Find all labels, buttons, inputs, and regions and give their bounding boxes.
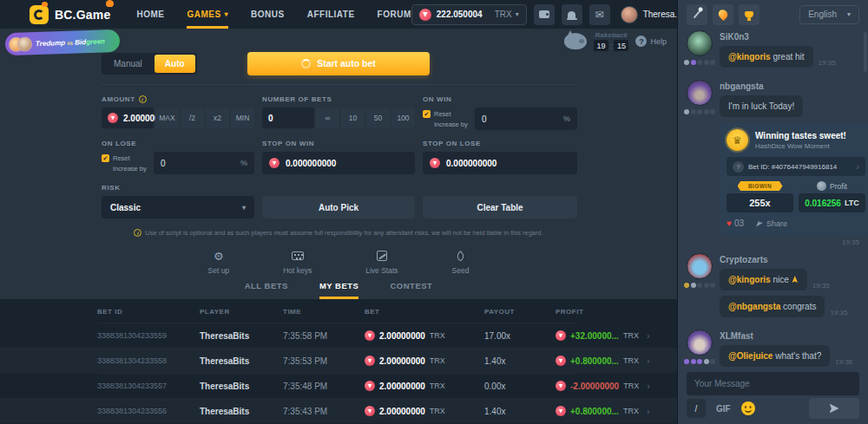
trx-coin-icon xyxy=(556,356,566,366)
promo-avatar-icon xyxy=(17,36,33,52)
script-disclaimer: Use of script is optional and as such pl… xyxy=(102,229,575,237)
trx-coin-icon xyxy=(430,158,440,168)
divider xyxy=(102,84,575,85)
logo[interactable]: BC.Game xyxy=(30,5,110,24)
slash-commands-button[interactable]: / xyxy=(687,399,706,418)
stop-on-lose-input[interactable]: 0.000000000 xyxy=(423,152,577,174)
win-card-title: Winning tastes sweet! xyxy=(755,131,846,140)
chat-username: SiK0n3 xyxy=(720,32,859,42)
piggy-bank-icon[interactable] xyxy=(564,33,587,49)
avatar[interactable] xyxy=(687,30,713,56)
nav-link-bonus[interactable]: BONUS xyxy=(251,0,285,29)
min-button[interactable]: MIN xyxy=(231,108,254,128)
mention[interactable]: @nbgangsta xyxy=(728,302,780,311)
share-button[interactable]: Share xyxy=(756,219,787,228)
on-win-reset-checkbox[interactable] xyxy=(423,110,431,118)
start-auto-bet-button[interactable]: Start auto bet xyxy=(247,52,430,75)
stop-on-win-input[interactable]: 0.000000000 xyxy=(262,152,415,174)
bets-10-button[interactable]: 10 xyxy=(341,108,365,128)
language-select[interactable]: English ▾ xyxy=(799,5,859,24)
number-of-bets-input[interactable]: 0 xyxy=(262,108,314,128)
avatar[interactable] xyxy=(687,253,713,279)
notifications-button[interactable] xyxy=(562,4,582,25)
avatar[interactable] xyxy=(687,80,713,106)
on-win-input[interactable]: 0 % xyxy=(475,108,577,130)
bet-form: Manual Auto Start auto bet AMOUNT xyxy=(102,29,575,275)
setup-button[interactable]: ⚙Set up xyxy=(208,250,230,275)
bets-100-button[interactable]: 100 xyxy=(391,108,415,128)
nav-link-forum[interactable]: FORUM xyxy=(378,0,411,29)
game-panel: Tredump vs Bidgreen Rakeback 19 : 15 Hel… xyxy=(0,29,677,299)
on-lose-label: ON LOSE xyxy=(102,140,254,147)
chat-scrollbar[interactable] xyxy=(864,32,867,72)
nav-link-home[interactable]: HOME xyxy=(136,0,164,29)
live-stats-button[interactable]: Live Stats xyxy=(365,250,398,275)
max-button[interactable]: MAX xyxy=(155,108,179,128)
send-icon xyxy=(830,404,839,414)
chevron-down-icon: ▾ xyxy=(225,10,229,18)
tab-contest[interactable]: CONTEST xyxy=(390,281,432,299)
like-button[interactable]: 03 xyxy=(727,219,744,228)
table-row[interactable]: 3388381304233559 TheresaBits 7:35:58 PM … xyxy=(97,323,580,348)
trx-coin-icon xyxy=(269,158,279,168)
rakeback-countdown: 19 : 15 xyxy=(594,40,629,51)
clear-table-button[interactable]: Clear Table xyxy=(423,196,577,219)
chevron-right-icon[interactable] xyxy=(647,406,650,416)
chevron-down-icon: ▾ xyxy=(847,10,851,18)
rain-button[interactable] xyxy=(687,4,707,25)
nav-link-affiliate[interactable]: AFFILIATE xyxy=(307,0,355,29)
on-lose-input[interactable]: 0 % xyxy=(154,152,254,174)
chat-message-input[interactable] xyxy=(694,379,852,388)
avatar[interactable] xyxy=(687,329,713,356)
on-lose-reset-checkbox[interactable] xyxy=(102,154,109,162)
wallet-button[interactable] xyxy=(534,4,555,25)
balance-selector[interactable]: 222.050004 TRX▾ xyxy=(411,4,527,25)
trx-coin-icon xyxy=(108,113,118,123)
double-button[interactable]: x2 xyxy=(206,108,229,128)
nav-link-games[interactable]: GAMES▾ xyxy=(187,0,228,29)
table-row[interactable]: 3388381304233556 TheresaBits 7:35:43 PM … xyxy=(0,398,677,423)
pray-emoji-icon xyxy=(792,276,799,283)
trx-coin-icon xyxy=(365,406,375,416)
auto-mode-button[interactable]: Auto xyxy=(155,55,195,73)
medal-icon xyxy=(727,129,748,151)
infinity-button[interactable]: ∞ xyxy=(316,108,339,128)
user-badges xyxy=(684,359,715,364)
half-button[interactable]: /2 xyxy=(181,108,204,128)
emoji-button[interactable] xyxy=(741,401,755,415)
manual-mode-button[interactable]: Manual xyxy=(103,55,153,73)
promo-banner[interactable]: Tredump vs Bidgreen xyxy=(5,29,121,56)
table-row[interactable]: 3388381304233557 TheresaBits 7:35:48 PM … xyxy=(97,373,580,398)
amount-label: AMOUNT xyxy=(102,95,254,103)
risk-select[interactable]: Classic ▾ xyxy=(102,196,254,219)
table-row[interactable]: 3388381304233558 TheresaBits 7:35:53 PM … xyxy=(0,348,677,373)
chat-messages: SiK0n3 @kingoris great hit 19:35 nbgangs… xyxy=(678,29,868,369)
win-card-bet-id[interactable]: Bet ID: #4076447949916814 xyxy=(727,157,865,176)
amount-input[interactable]: 2.000000 xyxy=(102,108,154,128)
chevron-right-icon[interactable] xyxy=(647,356,650,366)
hotkeys-button[interactable]: Hot keys xyxy=(283,250,312,275)
bets-50-button[interactable]: 50 xyxy=(366,108,390,128)
mention[interactable]: @kingoris xyxy=(728,275,771,284)
spinner-icon xyxy=(301,59,311,68)
on-win-label: ON WIN xyxy=(423,95,577,103)
chevron-right-icon[interactable] xyxy=(647,330,650,341)
app-window: BC.Game HOME GAMES▾ BONUS AFFILIATE FORU… xyxy=(0,0,868,424)
tab-all-bets[interactable]: ALL BETS xyxy=(245,281,288,299)
send-message-button[interactable] xyxy=(809,398,859,419)
tab-my-bets[interactable]: MY BETS xyxy=(319,281,359,299)
mention[interactable]: @Oliejuice xyxy=(728,351,773,361)
chevron-right-icon[interactable] xyxy=(647,381,650,391)
rakeback-timer: Rakeback 19 : 15 xyxy=(594,31,629,51)
mention[interactable]: @kingoris xyxy=(728,52,771,62)
gif-button[interactable]: GIF xyxy=(716,404,731,414)
seed-button[interactable]: Seed xyxy=(452,250,470,275)
messages-button[interactable]: ✉ xyxy=(589,4,610,25)
contest-button[interactable] xyxy=(739,4,760,25)
auto-pick-button[interactable]: Auto Pick xyxy=(262,196,415,219)
help-button[interactable]: Help xyxy=(635,36,667,47)
help-label: Help xyxy=(650,37,667,46)
win-card-subtitle: HashDice Wow Moment xyxy=(755,142,846,150)
rakeback-label: Rakeback xyxy=(595,31,628,39)
fireball-button[interactable] xyxy=(713,4,733,25)
